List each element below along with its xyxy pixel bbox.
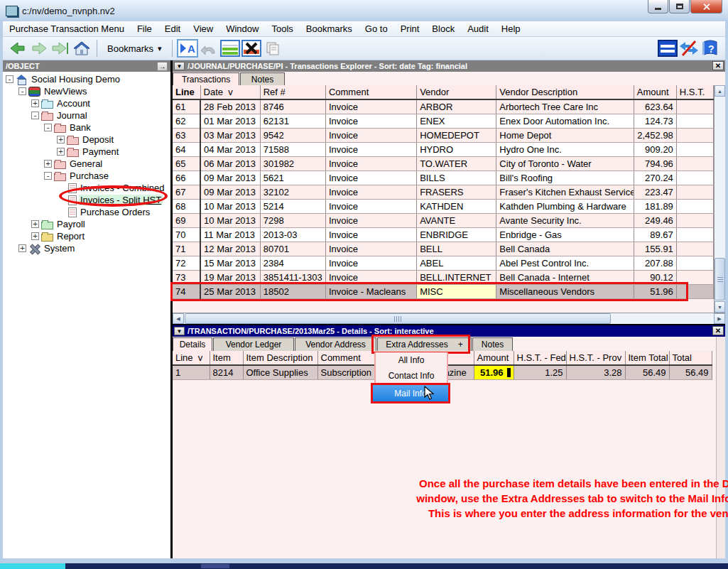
transaction-row[interactable]: 64 04 Mar 2013 71588 Invoice HYDRO Hydro…	[173, 142, 714, 156]
column-header[interactable]: H.S.T.	[676, 85, 713, 99]
tree-toggle-icon[interactable]: +	[18, 244, 26, 252]
transaction-row[interactable]: 72 15 Mar 2013 2384 Invoice ABEL Abel Pe…	[173, 256, 714, 270]
undo-icon[interactable]	[198, 38, 219, 58]
menu-item-contact-info[interactable]: Contact Info	[376, 368, 447, 384]
column-header[interactable]: Vendor	[417, 85, 496, 99]
details-vertical-scrollbar[interactable]	[716, 337, 725, 558]
details-tab[interactable]: Details	[173, 337, 212, 351]
no-jump-icon[interactable]	[678, 38, 700, 58]
column-header[interactable]: Total	[669, 351, 712, 365]
scroll-down-icon[interactable]	[715, 301, 725, 313]
column-header[interactable]: Amount	[474, 351, 514, 365]
scroll-left-icon[interactable]	[173, 313, 184, 324]
tree-collapse-arrow-icon[interactable]	[157, 62, 168, 71]
transactions-tab[interactable]: Notes	[240, 72, 285, 85]
column-header[interactable]: Line	[173, 85, 200, 99]
transactions-tab[interactable]: Transactions	[173, 72, 239, 85]
tree-item[interactable]: + Report	[3, 230, 170, 242]
tree-toggle-icon[interactable]: -	[44, 124, 52, 131]
minimize-button[interactable]	[648, 0, 668, 13]
menu-item[interactable]: Tools	[265, 22, 299, 36]
menu-item[interactable]: Print	[394, 22, 426, 36]
forward-icon[interactable]	[28, 38, 50, 58]
menu-item[interactable]: Purchase Transaction Menu	[3, 22, 131, 36]
menu-item[interactable]: Bookmarks	[300, 22, 359, 36]
menu-item[interactable]: Go to	[359, 22, 394, 36]
column-header[interactable]: H.S.T. - Fed	[514, 351, 566, 365]
tree-item[interactable]: - Journal	[3, 109, 170, 121]
transactions-close-icon[interactable]	[712, 61, 724, 70]
details-tab[interactable]: Notes	[472, 337, 513, 351]
panel-menu-icon[interactable]	[174, 327, 185, 335]
scrollbar-thumb[interactable]	[185, 313, 611, 324]
column-header[interactable]: Line v	[173, 351, 210, 365]
column-header[interactable]: Amount	[634, 85, 676, 99]
tree-item[interactable]: + System	[3, 242, 170, 254]
transaction-row[interactable]: 61 28 Feb 2013 8746 Invoice ARBOR Arbort…	[173, 99, 714, 114]
menu-item[interactable]: Block	[425, 22, 461, 36]
transaction-row[interactable]: 63 03 Mar 2013 9542 Invoice HOMEDEPOT Ho…	[173, 128, 714, 142]
transaction-row[interactable]: 65 06 Mar 2013 301982 Invoice TO.WATER C…	[173, 156, 714, 170]
transaction-row[interactable]: 66 09 Mar 2013 5621 Invoice BILLS Bill's…	[173, 170, 714, 185]
details-tab[interactable]: Vendor Address	[295, 337, 376, 351]
tree-item[interactable]: + Payroll	[3, 218, 170, 230]
panel-menu-icon[interactable]	[174, 62, 185, 70]
tree-item[interactable]: + Deposit	[3, 134, 170, 146]
run-view-icon[interactable]: A	[177, 38, 198, 58]
tree-item[interactable]: - Bank	[3, 121, 170, 134]
transaction-row[interactable]: 67 09 Mar 2013 32102 Invoice FRASERS Fra…	[173, 185, 714, 199]
tree-item[interactable]: + General	[3, 158, 170, 170]
close-button[interactable]	[690, 0, 722, 13]
tree-toggle-icon[interactable]: +	[44, 160, 52, 168]
tree-item[interactable]: - Purchase	[3, 170, 170, 182]
menu-item[interactable]: Audit	[461, 22, 495, 36]
horizontal-scrollbar[interactable]	[173, 313, 725, 324]
menu-item[interactable]: Help	[495, 22, 527, 36]
go-to-end-icon[interactable]	[50, 38, 71, 58]
tree-toggle-icon[interactable]: +	[57, 148, 65, 156]
transaction-row[interactable]: 71 12 Mar 2013 80701 Invoice BELL Bell C…	[173, 242, 714, 256]
table-view-icon[interactable]	[219, 38, 241, 58]
column-header[interactable]: Comment	[325, 85, 416, 99]
maximize-button[interactable]	[669, 0, 690, 13]
details-close-icon[interactable]	[712, 326, 724, 335]
scroll-up-icon[interactable]	[715, 85, 725, 97]
back-icon[interactable]	[7, 38, 28, 58]
amount-cell[interactable]: 51.96	[474, 365, 514, 379]
menu-item[interactable]: View	[187, 22, 219, 36]
scroll-right-icon[interactable]	[714, 313, 725, 324]
column-header[interactable]: Date v	[200, 85, 260, 99]
tree-toggle-icon[interactable]: -	[6, 75, 13, 83]
vertical-scrollbar[interactable]	[714, 85, 725, 313]
copy-icon[interactable]	[262, 38, 283, 58]
tree-toggle-icon[interactable]: +	[31, 220, 39, 228]
scrollbar-thumb[interactable]	[715, 258, 725, 300]
transaction-row[interactable]: 62 01 Mar 2013 62131 Invoice ENEX Enex D…	[173, 114, 714, 128]
home-icon[interactable]	[71, 38, 92, 58]
tree-item[interactable]: Purchase Orders	[3, 206, 170, 218]
tree-toggle-icon[interactable]: -	[44, 172, 52, 180]
tree-toggle-icon[interactable]: -	[31, 112, 39, 119]
tree-toggle-icon[interactable]: +	[57, 136, 65, 143]
menu-item-mail-info[interactable]: Mail Info	[373, 385, 448, 401]
transaction-row[interactable]: 70 11 Mar 2013 2013-03 Invoice ENBRIDGE …	[173, 227, 714, 242]
column-header[interactable]: H.S.T. - Prov	[566, 351, 625, 365]
tree-item[interactable]: - NewViews	[3, 85, 170, 97]
help-icon[interactable]: ?	[700, 38, 721, 58]
tree-item[interactable]: + Payment	[3, 146, 170, 158]
column-header[interactable]: Item	[210, 351, 243, 365]
split-view-icon[interactable]	[657, 38, 678, 58]
close-table-icon[interactable]	[241, 38, 262, 58]
column-header[interactable]: Item Description	[243, 351, 317, 365]
bookmarks-dropdown[interactable]: Bookmarks	[102, 41, 168, 56]
transaction-row[interactable]: 68 10 Mar 2013 5214 Invoice KATHDEN Kath…	[173, 199, 714, 213]
tree-item[interactable]: - Social Housing Demo	[3, 73, 170, 85]
column-header[interactable]: Ref #	[260, 85, 325, 99]
menu-item-all-info[interactable]: All Info	[376, 352, 447, 368]
details-tab[interactable]: Vendor Ledger	[213, 337, 294, 351]
menu-item[interactable]: Window	[219, 22, 265, 36]
column-header[interactable]: Vendor Description	[496, 85, 634, 99]
column-header[interactable]: Item Total	[625, 351, 669, 365]
tree-toggle-icon[interactable]: +	[31, 99, 39, 107]
tree-toggle-icon[interactable]: +	[31, 232, 39, 240]
